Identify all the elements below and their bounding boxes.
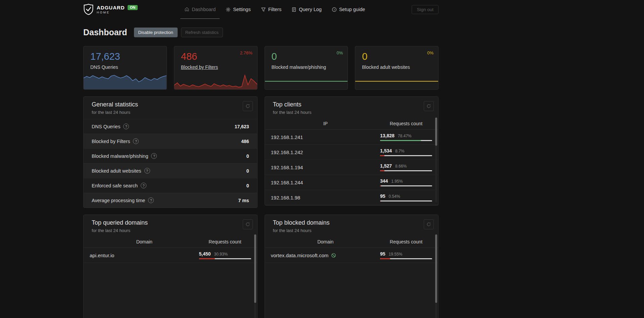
request-count: 95 [380, 193, 385, 199]
help-icon[interactable]: ? [141, 183, 146, 188]
dns-queries-card: 17,623 DNS Queries [83, 46, 167, 90]
help-icon[interactable]: ? [144, 168, 150, 174]
refresh-icon-button[interactable] [243, 101, 253, 111]
stat-row-label: Blocked adult websites [92, 168, 141, 174]
scrollbar-thumb[interactable] [254, 234, 256, 303]
progress-bar [380, 185, 432, 186]
refresh-icon-button[interactable] [424, 219, 434, 229]
request-count: 95 [380, 251, 385, 257]
card-title: Top blocked domains [273, 219, 330, 226]
scrollbar[interactable] [435, 234, 437, 318]
scrollbar[interactable] [435, 118, 437, 202]
sign-out-button[interactable]: Sign out [412, 5, 439, 14]
refresh-icon [245, 104, 250, 108]
protection-status-badge: ON [128, 5, 138, 10]
stat-row-value: 7 ms [238, 198, 249, 203]
top-queried-domains-card: Top queried domains for the last 24 hour… [83, 215, 258, 318]
stat-row-value: 486 [241, 139, 249, 144]
card-subtitle: for the last 24 hours [273, 110, 312, 115]
stat-row-value: 0 [246, 183, 249, 188]
top-blocked-domains-card: Top blocked domains for the last 24 hour… [265, 215, 439, 318]
help-icon[interactable]: ? [133, 138, 139, 144]
nav-filters[interactable]: Filters [257, 0, 285, 19]
progress-fill [380, 185, 381, 186]
domain-row: api.entur.io 5,45030.93% [84, 248, 257, 263]
scrollbar-thumb[interactable] [435, 234, 437, 303]
request-percent: 0.54% [389, 194, 400, 199]
client-ip: 192.168.1.244 [271, 180, 380, 185]
nav-label: Query Log [299, 7, 322, 12]
main-nav: Dashboard Settings Filters Query Log [138, 0, 412, 19]
top-navbar: ADGUARD ON HOME Dashboard Settings [0, 0, 644, 19]
blocked-adult-flatline [355, 81, 438, 82]
brand-name: ADGUARD [97, 5, 125, 10]
request-count: 13,828 [380, 133, 395, 138]
request-count: 5,450 [199, 251, 211, 257]
top-clients-card: Top clients for the last 24 hours IP Req… [265, 96, 439, 206]
client-row: 192.168.1.241 13,82878.47% [265, 130, 439, 145]
blocked-malware-flatline [265, 81, 348, 82]
blocked-filters-link[interactable]: Blocked by Filters [181, 64, 218, 70]
request-count: 1,527 [380, 163, 392, 169]
table-header: Domain Requests count [84, 236, 257, 248]
refresh-icon [426, 104, 431, 108]
stat-row-label: Blocked by Filters [92, 139, 130, 144]
nav-label: Setup guide [339, 7, 365, 12]
scrollbar[interactable] [254, 234, 256, 318]
brand-subtitle: HOME [97, 11, 138, 14]
client-ip: 192.168.1.194 [271, 165, 380, 170]
progress-fill [380, 258, 390, 259]
dns-queries-sparkline [84, 74, 167, 89]
card-subtitle: for the last 24 hours [92, 228, 148, 233]
refresh-statistics-button[interactable]: Refresh statistics [181, 28, 223, 37]
card-subtitle: for the last 24 hours [273, 228, 330, 233]
nav-setup-guide[interactable]: ? Setup guide [328, 0, 369, 19]
stat-row-label: Average processing time [92, 198, 145, 203]
client-row: 192.168.1.244 3441.95% [265, 175, 439, 190]
disable-protection-button[interactable]: Disable protection [134, 28, 178, 37]
progress-fill [380, 155, 384, 156]
scrollbar-thumb[interactable] [435, 118, 437, 146]
blocked-filters-percent: 2.76% [240, 50, 252, 55]
blocked-adult-label: Blocked adult websites [362, 64, 410, 70]
blocked-malware-card: 0% 0 Blocked malware/phishing [265, 46, 348, 90]
client-ip: 192.168.1.241 [271, 134, 380, 140]
stat-row: DNS Queries? 17,623 [84, 119, 257, 134]
refresh-icon-button[interactable] [243, 219, 253, 229]
stat-row-label: DNS Queries [92, 124, 120, 129]
client-row: 192.168.1.194 1,5278.66% [265, 160, 439, 175]
nav-dashboard[interactable]: Dashboard [180, 0, 220, 19]
card-title: General statistics [92, 101, 138, 108]
blocked-adult-card: 0% 0 Blocked adult websites [355, 46, 439, 90]
help-icon[interactable]: ? [123, 124, 129, 129]
adguard-home-logo[interactable]: ADGUARD ON HOME [83, 0, 138, 19]
card-title: Top queried domains [92, 219, 148, 226]
request-count: 344 [380, 178, 388, 184]
request-percent: 1.95% [391, 179, 403, 184]
stat-row-value: 0 [246, 168, 249, 174]
nav-label: Filters [268, 7, 281, 12]
table-header: Domain Requests count [265, 236, 439, 248]
stat-row-value: 17,623 [235, 124, 249, 129]
bottom-row: Top queried domains for the last 24 hour… [83, 215, 439, 318]
stat-cards-row: 17,623 DNS Queries 2.76% 486 Blocked by … [83, 46, 439, 90]
blocked-malware-value: 0 [272, 51, 341, 62]
adguard-shield-icon [83, 4, 94, 15]
blocked-malware-percent: 0% [336, 50, 343, 55]
stat-row-label: Blocked malware/phishing [92, 153, 148, 159]
home-icon [184, 7, 189, 12]
dns-queries-value: 17,623 [90, 51, 160, 62]
general-statistics-card: General statistics for the last 24 hours… [83, 96, 258, 208]
request-percent: 30.93% [214, 252, 228, 257]
funnel-icon [261, 7, 266, 12]
domain-name: vortex.data.microsoft.com [271, 253, 329, 258]
nav-query-log[interactable]: Query Log [287, 0, 326, 19]
request-percent: 8.66% [395, 164, 407, 169]
refresh-icon-button[interactable] [424, 101, 434, 111]
progress-fill [199, 258, 215, 259]
nav-settings[interactable]: Settings [222, 0, 255, 19]
blocked-by-filters-card: 2.76% 486 Blocked by Filters [174, 46, 258, 90]
column-header-domain: Domain [271, 239, 380, 244]
help-icon[interactable]: ? [148, 197, 154, 203]
help-icon[interactable]: ? [151, 153, 157, 159]
